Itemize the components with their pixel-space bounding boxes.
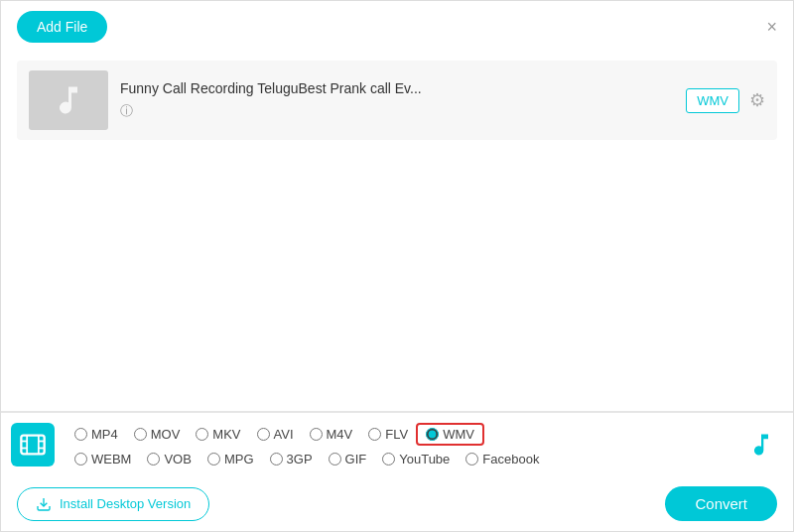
format-flv[interactable]: FLV xyxy=(360,427,416,442)
format-youtube[interactable]: YouTube xyxy=(374,452,458,466)
file-info: Funny Call Recording TeluguBest Prank ca… xyxy=(120,80,674,120)
content-area xyxy=(1,148,793,346)
format-mpg[interactable]: MPG xyxy=(199,452,262,466)
file-meta: ⓘ xyxy=(120,102,674,120)
add-file-button[interactable]: Add File xyxy=(17,11,107,43)
footer: Install Desktop Version Convert xyxy=(1,476,793,531)
format-facebook[interactable]: Facebook xyxy=(458,452,547,466)
film-icon xyxy=(19,431,47,459)
convert-button[interactable]: Convert xyxy=(665,486,777,521)
install-desktop-button[interactable]: Install Desktop Version xyxy=(17,487,209,521)
format-3gp[interactable]: 3GP xyxy=(262,452,321,466)
close-button[interactable]: × xyxy=(766,18,777,36)
format-webm[interactable]: WEBM xyxy=(66,452,139,466)
format-avi[interactable]: AVI xyxy=(249,427,302,442)
format-gif[interactable]: GIF xyxy=(321,452,375,466)
file-list: Funny Call Recording TeluguBest Prank ca… xyxy=(1,53,793,148)
format-mkv[interactable]: MKV xyxy=(188,427,248,442)
format-bar: MP4 MOV MKV AVI M4V FLV WM xyxy=(1,412,793,476)
format-badge[interactable]: WMV xyxy=(686,88,739,113)
format-row-2: WEBM VOB MPG 3GP GIF YouTube xyxy=(66,452,731,466)
bottom-panel: MP4 MOV MKV AVI M4V FLV WM xyxy=(1,411,793,531)
download-icon xyxy=(36,496,52,512)
format-mp4[interactable]: MP4 xyxy=(66,427,126,442)
svg-rect-0 xyxy=(21,436,44,455)
music-note-icon xyxy=(747,431,775,459)
format-row-1: MP4 MOV MKV AVI M4V FLV WM xyxy=(66,423,731,446)
format-mov[interactable]: MOV xyxy=(126,427,189,442)
info-icon: ⓘ xyxy=(120,103,133,118)
header: Add File × xyxy=(1,1,793,53)
file-thumbnail xyxy=(29,70,108,130)
format-options: MP4 MOV MKV AVI M4V FLV WM xyxy=(66,423,731,466)
file-name: Funny Call Recording TeluguBest Prank ca… xyxy=(120,80,674,96)
file-item: Funny Call Recording TeluguBest Prank ca… xyxy=(17,61,777,140)
file-actions: WMV ⚙ xyxy=(686,88,765,113)
audio-format-icon[interactable] xyxy=(739,423,783,466)
format-m4v[interactable]: M4V xyxy=(302,427,361,442)
settings-icon[interactable]: ⚙ xyxy=(749,89,765,111)
format-vob[interactable]: VOB xyxy=(139,452,198,466)
video-format-icon[interactable] xyxy=(11,423,55,466)
music-icon xyxy=(51,82,86,118)
format-wmv[interactable]: WMV xyxy=(416,423,484,446)
install-label: Install Desktop Version xyxy=(60,496,191,511)
